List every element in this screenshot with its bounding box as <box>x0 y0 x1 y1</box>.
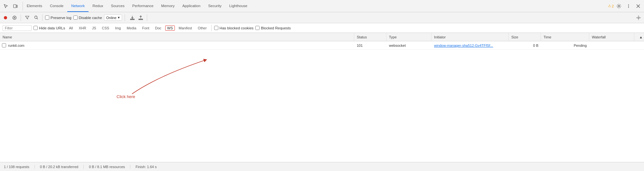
cell-time: Pending <box>541 44 589 47</box>
cell-type: websocket <box>386 44 431 47</box>
filter-xhr[interactable]: XHR <box>77 25 88 31</box>
settings-icon[interactable] <box>614 2 623 11</box>
tab-security[interactable]: Security <box>204 0 225 12</box>
filter-css[interactable]: CSS <box>100 25 111 31</box>
svg-point-9 <box>638 17 639 18</box>
has-blocked-cookies-label[interactable]: Has blocked cookies <box>214 26 253 30</box>
divider2 <box>42 15 43 21</box>
devtools-icons <box>1 2 23 11</box>
svg-point-4 <box>628 5 629 6</box>
filter-manifest[interactable]: Manifest <box>177 25 194 31</box>
table-header: Name Status Type Initiator Size Time Wat… <box>0 33 644 41</box>
chevron-down-icon: ▾ <box>118 15 120 20</box>
filter-all[interactable]: All <box>67 25 75 31</box>
close-devtools-icon[interactable] <box>634 2 643 11</box>
more-options-icon[interactable] <box>624 2 633 11</box>
filter-divider <box>211 25 212 31</box>
filter-input[interactable] <box>5 26 29 30</box>
filter-row: Hide data URLs All XHR JS CSS Img Media … <box>0 23 644 33</box>
cell-name: runkit.com <box>0 43 354 47</box>
col-size[interactable]: Size <box>509 33 541 41</box>
filter-font[interactable]: Font <box>140 25 151 31</box>
col-sort-indicator: ▲ <box>634 33 644 41</box>
tab-elements[interactable]: Elements <box>23 0 46 12</box>
tab-network[interactable]: Network <box>67 0 89 12</box>
filter-img[interactable]: Img <box>113 25 123 31</box>
filter-js[interactable]: JS <box>90 25 98 31</box>
col-initiator[interactable]: Initiator <box>431 33 509 41</box>
filter-icon[interactable] <box>24 14 31 21</box>
hide-data-urls-checkbox[interactable] <box>33 26 38 30</box>
filter-input-wrap[interactable] <box>3 25 32 31</box>
cell-status: 101 <box>354 44 386 47</box>
divider <box>21 15 21 21</box>
warning-icon: ⚠ <box>608 4 611 8</box>
svg-point-2 <box>618 5 620 7</box>
device-toggle-icon[interactable] <box>11 2 20 11</box>
warning-count: 2 <box>612 4 614 8</box>
warning-badge: ⚠ 2 <box>608 4 614 8</box>
preserve-log-label[interactable]: Preserve log <box>45 15 71 20</box>
col-type[interactable]: Type <box>386 33 431 41</box>
network-throttle-select[interactable]: Online ▾ <box>104 15 122 21</box>
table-row[interactable]: runkit.com 101 websocket window-manager-… <box>0 41 644 50</box>
table-container: Name Status Type Initiator Size Time Wat… <box>0 33 644 162</box>
tab-console[interactable]: Console <box>46 0 67 12</box>
export-har-button[interactable] <box>137 14 144 21</box>
pointer-icon[interactable] <box>1 2 10 11</box>
row-checkbox[interactable] <box>2 43 6 47</box>
tab-bar-right: ⚠ 2 <box>608 2 643 11</box>
filter-doc[interactable]: Doc <box>153 25 163 31</box>
import-har-button[interactable] <box>129 14 136 21</box>
table-body: runkit.com 101 websocket window-manager-… <box>0 41 644 50</box>
svg-point-6 <box>4 16 7 19</box>
col-status[interactable]: Status <box>354 33 386 41</box>
disable-cache-checkbox[interactable] <box>73 15 78 20</box>
click-here-text: Click here <box>117 94 135 99</box>
tab-bar: Elements Console Network Redux Sources P… <box>0 0 644 12</box>
svg-rect-1 <box>16 5 17 7</box>
filter-media[interactable]: Media <box>125 25 138 31</box>
tab-sources[interactable]: Sources <box>107 0 128 12</box>
filter-other[interactable]: Other <box>196 25 209 31</box>
hide-data-urls-label[interactable]: Hide data URLs <box>33 26 65 30</box>
blocked-requests-checkbox[interactable] <box>255 26 260 30</box>
clear-button[interactable] <box>11 14 18 21</box>
has-blocked-cookies-checkbox[interactable] <box>214 26 218 30</box>
record-button[interactable] <box>2 14 9 21</box>
tab-performance[interactable]: Performance <box>128 0 157 12</box>
svg-point-3 <box>628 4 629 5</box>
tab-memory[interactable]: Memory <box>157 0 179 12</box>
tab-application[interactable]: Application <box>178 0 204 12</box>
svg-rect-0 <box>14 5 16 8</box>
import-export-btns <box>129 14 144 21</box>
tab-list: Elements Console Network Redux Sources P… <box>23 0 608 12</box>
col-time[interactable]: Time <box>541 33 589 41</box>
col-name[interactable]: Name <box>0 33 354 41</box>
search-icon[interactable] <box>33 14 40 21</box>
disable-cache-label[interactable]: Disable cache <box>73 15 102 20</box>
divider3 <box>125 15 125 21</box>
tab-lighthouse[interactable]: Lighthouse <box>225 0 251 12</box>
svg-point-8 <box>34 16 37 19</box>
network-toolbar: Preserve log Disable cache Online ▾ <box>0 12 644 23</box>
filter-ws[interactable]: WS <box>165 25 175 31</box>
preserve-log-checkbox[interactable] <box>45 15 49 20</box>
tab-redux[interactable]: Redux <box>89 0 107 12</box>
svg-point-5 <box>628 7 629 7</box>
col-waterfall[interactable]: Waterfall <box>589 33 634 41</box>
cell-size: 0 B <box>509 44 541 47</box>
blocked-requests-label[interactable]: Blocked Requests <box>255 26 291 30</box>
cell-initiator[interactable]: window-manager-sha512-Gv4TFfSf... <box>431 44 509 47</box>
divider4 <box>147 15 147 21</box>
settings-toolbar-icon[interactable] <box>635 14 642 21</box>
